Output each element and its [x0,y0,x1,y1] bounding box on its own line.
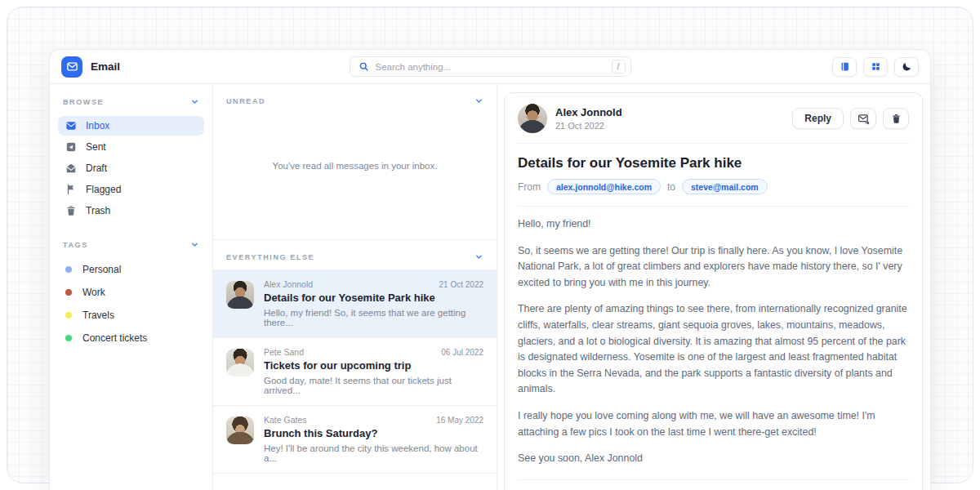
mail-paragraph: See you soon, Alex Jonnold [518,451,909,467]
mail-sender: Pete Sand [264,347,304,357]
mail-body: Hello, my friend! So, it seems we are ge… [518,216,909,467]
mail-forward-icon [858,113,870,125]
tags-nav: Personal Work Travels Concert tickets [58,259,204,349]
mail-sender: Alex Jonnold [264,279,313,289]
apps-grid-button[interactable] [863,57,888,77]
mail-date: 21 Oct 2022 [439,280,483,289]
detail-subject: Details for our Yosemite Park hike [518,155,909,172]
email-app-window: Email Search anything... / [49,49,931,490]
mail-list-item-kate[interactable]: Kate Gates 16 May 2022 Brunch this Satur… [213,405,497,474]
divider [518,206,909,207]
addressbook-button[interactable] [832,57,857,77]
sidebar-item-label: Inbox [86,120,109,131]
trash-icon [65,205,77,216]
tag-label: Concert tickets [82,332,147,344]
sidebar-item-trash[interactable]: Trash [58,201,204,220]
search-placeholder: Search anything... [376,62,605,72]
mail-paragraph: I really hope you love coming along with… [518,408,909,440]
tag-item-concert-tickets[interactable]: Concert tickets [58,327,204,349]
app-title: Email [91,60,120,73]
from-email-chip[interactable]: alex.jonnold@hike.com [547,179,661,194]
chevron-down-icon[interactable] [474,252,483,261]
detail-actions: Reply [792,108,909,129]
top-bar: Email Search anything... / [50,50,930,84]
tag-color-dot [65,289,72,296]
sidebar-item-label: Flagged [86,184,121,195]
sidebar-item-label: Trash [86,205,110,216]
mail-snippet: Hey! I'll be around the city this weeken… [264,443,483,463]
reply-button[interactable]: Reply [792,108,844,129]
divider [518,143,909,144]
forward-mail-button[interactable] [850,108,876,129]
tag-label: Travels [82,310,114,321]
sidebar-item-draft[interactable]: Draft [58,158,204,178]
sidebar: BROWSE Inbox [50,84,213,490]
mail-paragraph: So, it seems we are getting there! Our t… [518,243,909,292]
header-center: Search anything... / [331,56,649,77]
tag-color-dot [65,266,72,273]
mail-detail-card: Alex Jonnold 21 Oct 2022 Reply [504,92,923,490]
mail-list-item-alex[interactable]: Alex Jonnold 21 Oct 2022 Details for our… [213,270,497,337]
to-email-chip[interactable]: steve@mail.com [682,179,768,194]
mail-detail-pane: Alex Jonnold 21 Oct 2022 Reply [497,84,930,490]
trash-icon [891,114,902,124]
mail-item-body: Kate Gates 16 May 2022 Brunch this Satur… [264,415,483,463]
mail-date: 16 May 2022 [436,416,483,425]
sender-avatar [226,349,254,376]
chevron-down-icon[interactable] [190,97,199,106]
browse-section-header[interactable]: BROWSE [58,96,204,108]
mail-subject: Details for our Yosemite Park hike [264,292,483,304]
header-actions [649,57,919,77]
sender-avatar [518,104,547,133]
sender-avatar [226,281,254,309]
sidebar-item-inbox[interactable]: Inbox [58,116,204,136]
search-input[interactable]: Search anything... / [350,56,631,77]
moon-icon [902,61,912,72]
tag-label: Work [82,287,105,298]
mail-item-body: Pete Sand 06 Jul 2022 Tickets for our up… [264,347,483,395]
sidebar-item-sent[interactable]: Sent [58,137,204,157]
mail-subject: Tickets for our upcoming trip [264,359,483,372]
detail-header: Alex Jonnold 21 Oct 2022 Reply [518,104,909,133]
mail-paragraph: Hello, my friend! [518,216,909,233]
tags-section-header[interactable]: TAGS [58,238,204,251]
everything-else-label: EVERYTHING ELSE [226,253,314,261]
draft-icon [65,163,77,174]
mail-subject: Brunch this Saturday? [264,427,483,439]
book-icon [840,61,850,72]
everything-else-header[interactable]: EVERYTHING ELSE [213,240,497,270]
tag-item-travels[interactable]: Travels [58,305,204,326]
sender-avatar [226,416,254,444]
dark-mode-toggle[interactable] [894,57,919,77]
message-list-pane: UNREAD You've read all messages in your … [213,84,497,490]
sender-meta: Alex Jonnold 21 Oct 2022 [555,106,622,131]
unread-empty-message: You've read all messages in your inbox. [273,161,438,171]
from-to-row: From alex.jonnold@hike.com to steve@mail… [518,179,909,194]
chevron-down-icon[interactable] [474,96,483,105]
tag-item-personal[interactable]: Personal [58,259,204,280]
flag-icon [65,184,77,195]
delete-mail-button[interactable] [883,108,909,129]
tag-color-dot [65,312,72,318]
divider [518,479,909,480]
sidebar-item-label: Sent [86,141,106,153]
mail-sender: Kate Gates [264,415,307,425]
to-label: to [667,181,675,193]
tag-item-work[interactable]: Work [58,282,204,303]
grid-icon [871,61,881,72]
tag-label: Personal [82,264,121,275]
unread-section-header[interactable]: UNREAD [213,84,497,114]
mail-date: 06 Jul 2022 [441,348,483,357]
chevron-down-icon[interactable] [190,240,199,249]
mail-list-item-pete[interactable]: Pete Sand 06 Jul 2022 Tickets for our up… [213,337,497,405]
everything-else-section: EVERYTHING ELSE Alex Jonnold 21 Oct 2022 [213,239,497,474]
from-label: From [518,181,541,193]
mail-snippet: Good day, mate! It seems that our ticket… [264,376,483,395]
email-logo-icon [61,56,82,78]
inbox-icon [65,120,77,131]
detail-sender-name: Alex Jonnold [555,106,622,118]
sent-icon [65,141,77,153]
sidebar-item-flagged[interactable]: Flagged [58,180,204,199]
mail-snippet: Hello, my friend! So, it seems that we a… [264,308,483,327]
folder-nav: Inbox Sent Draft [58,116,204,220]
